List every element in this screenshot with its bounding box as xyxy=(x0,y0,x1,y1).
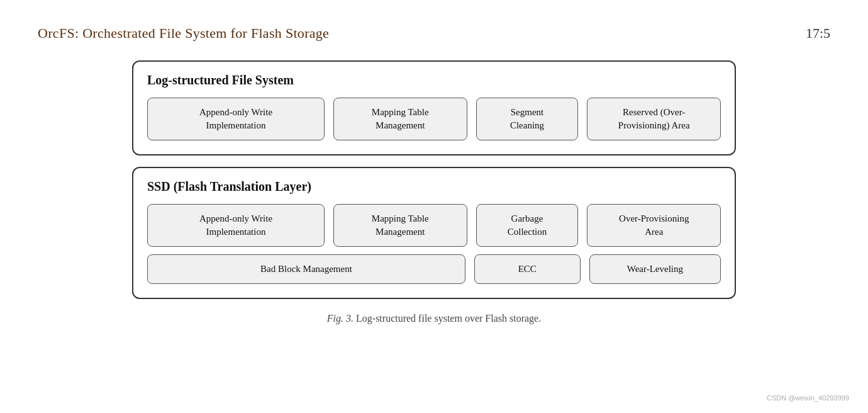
lfs-layer-title: Log-structured File System xyxy=(147,73,721,88)
ssd-layer-title: SSD (Flash Translation Layer) xyxy=(147,179,721,194)
watermark: CSDN @weixin_40293999 xyxy=(767,394,849,402)
ssd-layer-box: SSD (Flash Translation Layer) Append-onl… xyxy=(132,167,736,299)
fig-label: Fig. 3. xyxy=(327,313,353,324)
lfs-layer-box: Log-structured File System Append-only W… xyxy=(132,60,736,156)
ssd-mapping-table: Mapping TableManagement xyxy=(333,204,467,247)
fig-text: Log-structured file system over Flash st… xyxy=(356,313,541,324)
ssd-append-only: Append-only WriteImplementation xyxy=(147,204,325,247)
figure-caption: Fig. 3. Log-structured file system over … xyxy=(327,313,541,324)
ssd-garbage-collection: GarbageCollection xyxy=(476,204,579,247)
lfs-component-row: Append-only WriteImplementation Mapping … xyxy=(147,98,721,140)
page-number: 17:5 xyxy=(806,25,830,42)
ssd-ecc: ECC xyxy=(474,254,581,284)
page-title: OrcFS: Orchestrated File System for Flas… xyxy=(38,25,329,42)
ssd-component-row1: Append-only WriteImplementation Mapping … xyxy=(147,204,721,247)
lfs-segment-cleaning: SegmentCleaning xyxy=(476,98,579,140)
ssd-over-provisioning: Over-ProvisioningArea xyxy=(587,204,721,247)
page-header: OrcFS: Orchestrated File System for Flas… xyxy=(0,0,868,54)
lfs-reserved-area: Reserved (Over-Provisioning) Area xyxy=(587,98,721,140)
ssd-component-row2: Bad Block Management ECC Wear-Leveling xyxy=(147,254,721,284)
main-content: Log-structured File System Append-only W… xyxy=(0,54,868,337)
lfs-mapping-table: Mapping TableManagement xyxy=(333,98,467,140)
diagram-container: Log-structured File System Append-only W… xyxy=(132,60,736,299)
ssd-bad-block: Bad Block Management xyxy=(147,254,465,284)
lfs-append-only: Append-only WriteImplementation xyxy=(147,98,325,140)
ssd-wear-leveling: Wear-Leveling xyxy=(589,254,721,284)
